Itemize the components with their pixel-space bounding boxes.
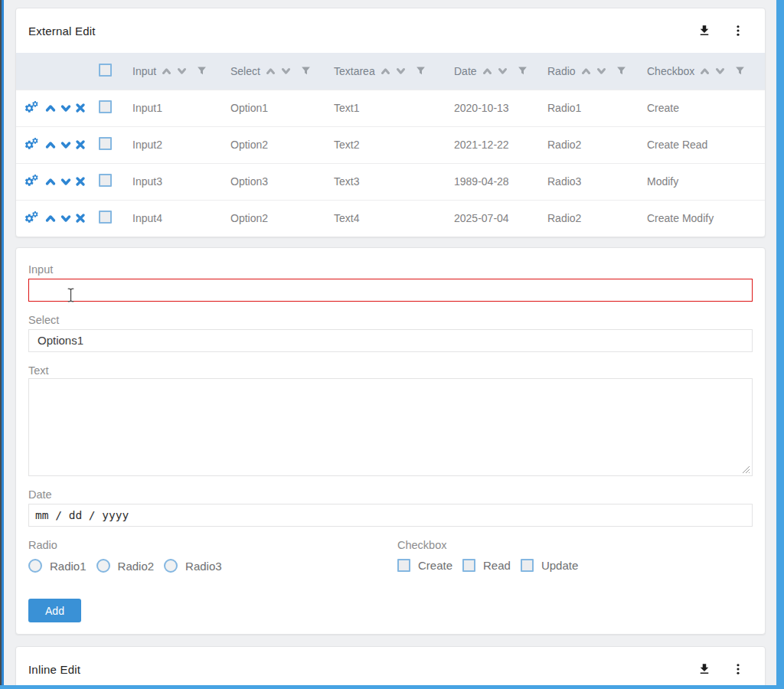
filter-funnel-icon[interactable] (518, 66, 528, 76)
row-actions (24, 211, 83, 225)
input-field[interactable] (28, 279, 753, 302)
vertical-scrollbar[interactable] (776, 0, 784, 689)
row-checkbox[interactable] (99, 137, 112, 150)
sort-down-icon[interactable] (498, 67, 508, 75)
card-title: External Edit (28, 24, 96, 38)
header-col-radio: Radio (541, 53, 641, 90)
header-col-textarea: Textarea (328, 53, 448, 90)
filter-funnel-icon[interactable] (301, 66, 311, 76)
row-move-down-icon[interactable] (60, 214, 71, 223)
radio-option-label: Radio3 (185, 560, 222, 573)
filter-funnel-icon[interactable] (416, 66, 426, 76)
row-checkbox[interactable] (99, 100, 112, 113)
row-move-up-icon[interactable] (45, 141, 56, 149)
row-move-up-icon[interactable] (45, 104, 56, 113)
input-label: Input (28, 264, 753, 275)
page-content: External Edit Input Select Textarea (15, 0, 766, 689)
cell-checkbox: Create (641, 90, 765, 126)
filter-funnel-icon[interactable] (197, 66, 207, 76)
row-settings-icon[interactable] (24, 211, 41, 225)
textarea-field[interactable] (28, 378, 753, 476)
inline-edit-card: Inline Edit (15, 646, 766, 689)
row-settings-icon[interactable] (24, 101, 41, 115)
row-settings-icon[interactable] (24, 175, 41, 188)
row-move-down-icon[interactable] (60, 178, 71, 186)
column-label: Checkbox (647, 65, 694, 77)
cell-select: Option2 (224, 200, 328, 237)
header-actions-cell (16, 53, 87, 90)
cell-radio: Radio2 (541, 200, 641, 237)
sort-up-icon[interactable] (581, 67, 591, 75)
kebab-menu-icon[interactable] (731, 662, 745, 676)
sort-down-icon[interactable] (596, 67, 606, 75)
row-move-down-icon[interactable] (60, 104, 71, 113)
cell-input: Input1 (126, 90, 224, 126)
radio-option-radio2[interactable] (96, 559, 110, 573)
row-checkbox[interactable] (99, 174, 112, 187)
cell-select: Option2 (224, 126, 328, 163)
cell-date: 1989-04-28 (448, 163, 541, 200)
window-left-edge (0, 0, 4, 689)
sort-up-icon[interactable] (700, 67, 710, 75)
date-field[interactable]: mm / dd / yyyy (28, 504, 753, 527)
column-label: Radio (547, 65, 576, 77)
cell-date: 2025-07-04 (448, 200, 541, 237)
row-delete-icon[interactable] (76, 177, 85, 186)
select-field[interactable]: Options1 (28, 329, 753, 352)
external-edit-card: External Edit Input Select Textarea (15, 8, 766, 237)
table-row: Input4 Option2 Text4 2025-07-04 Radio2 C… (16, 200, 765, 237)
sort-down-icon[interactable] (396, 67, 406, 75)
header-col-date: Date (448, 53, 541, 90)
row-move-down-icon[interactable] (60, 141, 71, 149)
sort-down-icon[interactable] (177, 67, 187, 75)
header-col-input: Input (126, 53, 224, 90)
select-all-checkbox[interactable] (99, 64, 112, 77)
row-move-up-icon[interactable] (45, 214, 56, 223)
radio-option-radio1[interactable] (28, 559, 42, 573)
row-delete-icon[interactable] (76, 140, 85, 149)
row-delete-icon[interactable] (76, 103, 85, 113)
cell-date: 2020-10-13 (448, 90, 541, 126)
filter-funnel-icon[interactable] (616, 66, 626, 76)
cell-textarea: Text1 (328, 90, 448, 126)
titlebar-icons (697, 662, 745, 676)
text-label: Text (28, 365, 753, 376)
radio-group: Radio Radio1 Radio2 Radio3 (28, 540, 397, 573)
checkbox-label: Checkbox (397, 540, 753, 550)
date-label: Date (28, 489, 753, 500)
row-delete-icon[interactable] (76, 214, 85, 223)
filter-funnel-icon[interactable] (735, 66, 745, 76)
radio-option-radio3[interactable] (164, 559, 178, 573)
radio-option-label: Radio1 (50, 560, 87, 573)
cell-checkbox: Create Modify (641, 200, 765, 237)
sort-up-icon[interactable] (266, 67, 276, 75)
download-icon[interactable] (697, 662, 711, 676)
sort-up-icon[interactable] (381, 67, 390, 75)
download-icon[interactable] (697, 24, 711, 38)
add-button[interactable]: Add (28, 599, 81, 622)
horizontal-scrollbar[interactable] (0, 685, 776, 689)
sort-down-icon[interactable] (281, 67, 291, 75)
sort-up-icon[interactable] (482, 67, 492, 75)
row-move-up-icon[interactable] (45, 178, 56, 186)
sort-down-icon[interactable] (715, 67, 725, 75)
row-settings-icon[interactable] (24, 138, 41, 152)
resize-grip-icon[interactable] (742, 465, 750, 474)
checkbox-option-create[interactable] (397, 559, 410, 572)
row-checkbox[interactable] (99, 211, 112, 224)
column-label: Textarea (334, 65, 375, 77)
checkbox-option-read[interactable] (462, 559, 475, 572)
checkbox-option-update[interactable] (521, 559, 534, 572)
table-row: Input3 Option3 Text3 1989-04-28 Radio3 M… (16, 163, 765, 200)
external-edit-table: Input Select Textarea Date Radio Checkbo… (16, 53, 765, 237)
cell-radio: Radio2 (541, 126, 641, 163)
kebab-menu-icon[interactable] (731, 24, 745, 38)
external-edit-titlebar: External Edit (16, 8, 765, 53)
table-row: Input1 Option1 Text1 2020-10-13 Radio1 C… (16, 90, 765, 126)
sort-up-icon[interactable] (162, 67, 172, 75)
cell-input: Input2 (126, 126, 224, 163)
header-col-select: Select (224, 53, 328, 90)
cell-textarea: Text3 (328, 163, 448, 200)
header-select-all-cell (87, 53, 126, 90)
inline-edit-titlebar: Inline Edit (16, 647, 765, 689)
